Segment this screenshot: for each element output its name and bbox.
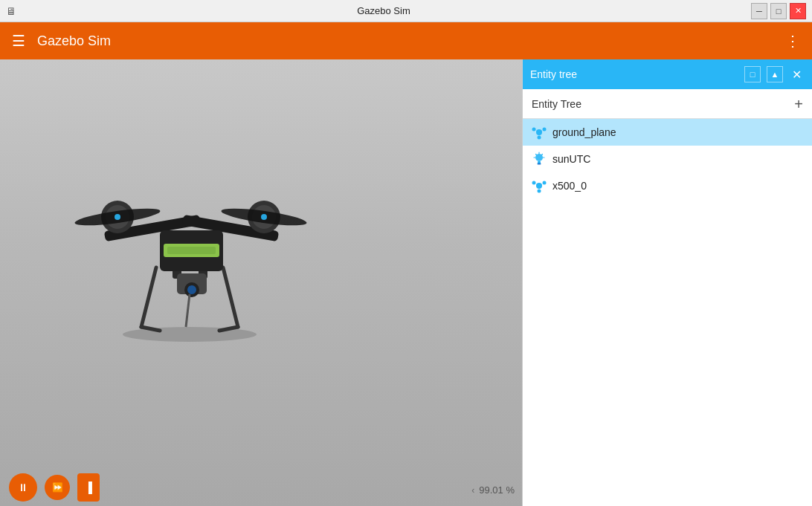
svg-line-35 [542,155,543,155]
svg-line-3 [223,267,238,327]
svg-point-39 [536,183,542,189]
svg-point-22 [115,214,120,220]
svg-rect-33 [538,163,541,165]
entity-panel: Entity tree □ ▲ ✕ Entity Tree + ground_p… [522,59,812,506]
model-icon [532,125,547,140]
panel-header-title: Entity tree [530,68,738,80]
window-title: Gazebo Sim [16,5,751,16]
svg-line-1 [141,267,156,327]
viewport[interactable]: ⏸ ⏩ ▐ ‹ 99.01 % [0,59,522,506]
svg-point-40 [532,181,536,185]
svg-line-43 [537,184,538,185]
zoom-arrow-icon: ‹ [471,485,474,496]
app-title: Gazebo Sim [37,33,773,49]
svg-point-41 [543,181,547,185]
svg-point-0 [123,327,257,342]
entity-list: ground_plane sunUTC x500_0 [523,119,812,506]
svg-line-29 [541,131,542,132]
title-bar: 🖥 Gazebo Sim ─ □ ✕ [0,0,812,22]
entity-item[interactable]: ground_plane [523,119,812,146]
zoom-display: ‹ 99.01 % [471,484,515,496]
entity-label: ground_plane [552,126,616,138]
svg-rect-11 [167,247,216,254]
svg-point-20 [187,285,196,294]
panel-collapse-button[interactable]: ▲ [767,66,783,82]
panel-subheader-title: Entity Tree [532,98,794,110]
svg-line-21 [186,294,190,327]
model-icon [532,178,547,193]
window-controls: ─ □ ✕ [751,3,806,19]
zoom-value: 99.01 % [479,484,515,496]
svg-line-36 [536,155,537,155]
entity-item[interactable]: x500_0 [523,172,812,199]
minimize-button[interactable]: ─ [751,3,767,19]
panel-restore-button[interactable]: □ [744,66,761,82]
main-content: ⏸ ⏩ ▐ ‹ 99.01 % Entity tree □ ▲ ✕ Entity… [0,59,812,506]
close-button[interactable]: ✕ [790,3,806,19]
panel-header: Entity tree □ ▲ ✕ [523,59,812,89]
step-button[interactable]: ⏩ [45,475,70,500]
entity-label: x500_0 [552,180,587,192]
svg-line-28 [537,131,538,132]
hamburger-menu-icon[interactable]: ☰ [9,29,28,53]
panel-close-button[interactable]: ✕ [789,66,805,83]
svg-point-23 [261,214,267,220]
add-entity-button[interactable]: + [794,97,803,111]
svg-point-42 [538,189,541,193]
drone-3d-view [45,104,327,342]
entity-item[interactable]: sunUTC [523,146,812,172]
panel-subheader: Entity Tree + [523,89,812,119]
svg-line-44 [541,184,542,185]
light-icon [532,152,547,166]
svg-point-26 [543,128,547,132]
window-icon: 🖥 [6,5,16,17]
svg-point-27 [538,136,541,140]
status-bar: ⏸ ⏩ ▐ ‹ 99.01 % [0,469,522,506]
maximize-button[interactable]: □ [770,3,787,19]
pause-button[interactable]: ⏸ [9,473,37,502]
more-options-icon[interactable]: ⋮ [782,29,803,53]
svg-point-25 [532,128,536,132]
app-toolbar: ☰ Gazebo Sim ⋮ [0,22,812,59]
svg-point-24 [536,129,542,135]
entity-label: sunUTC [552,153,590,165]
step-single-button[interactable]: ▐ [77,473,100,502]
